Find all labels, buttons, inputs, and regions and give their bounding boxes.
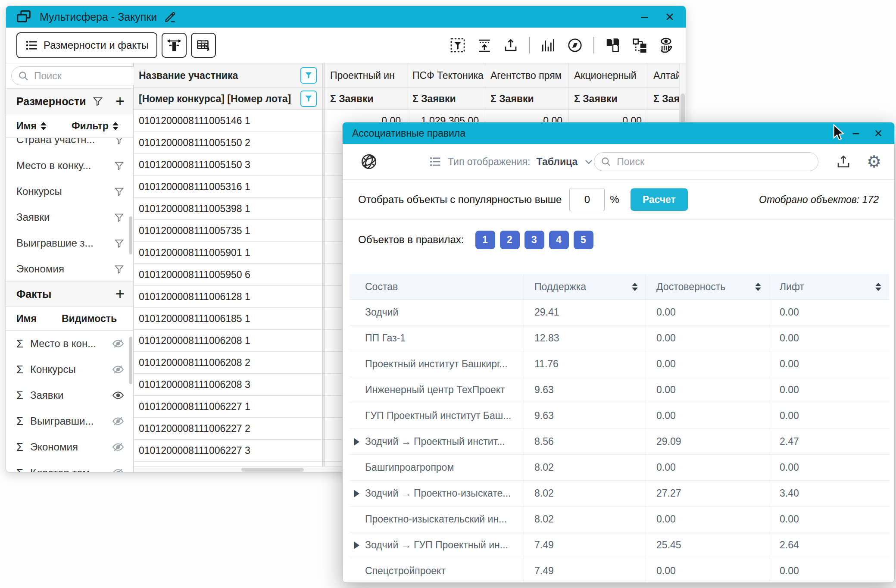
filter-icon[interactable] <box>114 138 125 145</box>
column-header[interactable]: Проектный ин <box>325 63 407 88</box>
dialog-close-button[interactable] <box>872 127 885 140</box>
visibility-column-header[interactable]: Видимость <box>62 313 117 325</box>
gear-icon[interactable]: ⚙ <box>867 153 881 170</box>
lift-header[interactable]: Лифт <box>769 274 889 300</box>
filter-column-header[interactable]: Фильтр <box>72 120 109 132</box>
calculate-button[interactable]: Расчет <box>631 188 688 211</box>
fact-item[interactable]: Σ Выигравши... <box>6 408 133 434</box>
measure-header[interactable]: Σ Заявки <box>569 88 648 110</box>
rule-confidence: 27.27 <box>646 481 769 507</box>
fact-item[interactable]: Σ Место в кон... <box>6 331 133 357</box>
fact-item[interactable]: Σ Кластер тем... <box>6 460 133 472</box>
row-dim-subtitle[interactable]: [Номер конкурса] [Номер лота] <box>139 93 291 105</box>
globe-icon[interactable] <box>360 153 378 171</box>
visibility-eye-icon[interactable] <box>112 441 125 454</box>
dimension-item[interactable]: Выигравшие з... <box>6 230 133 256</box>
rule-row[interactable]: Спецстройпроект 7.49 0.00 0.00 <box>350 558 889 583</box>
export-icon[interactable] <box>503 38 518 53</box>
dialog-search-input[interactable] <box>616 156 812 168</box>
dimension-item[interactable]: Конкурсы <box>6 178 133 204</box>
copy-sheet-icon[interactable] <box>605 37 621 53</box>
row-dim-title[interactable]: Название участника <box>139 70 238 81</box>
column-header[interactable]: Агентство прям <box>485 63 569 88</box>
support-header[interactable]: Поддержка <box>524 274 646 300</box>
popularity-threshold-input[interactable] <box>569 188 605 211</box>
column-header[interactable]: Акционерный <box>569 63 648 88</box>
visibility-eye-icon[interactable] <box>112 363 125 376</box>
rule-size-chip[interactable]: 4 <box>549 231 569 249</box>
compass-icon[interactable] <box>567 37 583 53</box>
filter-icon[interactable] <box>114 238 125 249</box>
fact-item[interactable]: Σ Конкурсы <box>6 357 133 382</box>
rule-row[interactable]: Зодчий 29.41 0.00 0.00 <box>350 300 889 325</box>
sort-icon[interactable] <box>112 122 119 130</box>
facts-scrollbar[interactable] <box>129 337 132 384</box>
dialog-minimize-button[interactable] <box>849 127 862 140</box>
measure-header[interactable]: Σ Заявки <box>648 88 680 110</box>
hierarchy-icon[interactable] <box>631 37 648 53</box>
sort-icon[interactable] <box>41 122 47 130</box>
filter-icon[interactable] <box>114 160 125 171</box>
rule-size-chip[interactable]: 3 <box>524 231 544 249</box>
fact-item[interactable]: Σ Экономия <box>6 434 133 460</box>
fact-item[interactable]: Σ Заявки <box>6 382 133 408</box>
collapse-to-top-icon[interactable] <box>476 37 493 53</box>
name-column-header[interactable]: Имя <box>16 120 37 132</box>
filter-selection-icon[interactable] <box>450 37 466 53</box>
expand-icon[interactable] <box>354 541 359 549</box>
table-layout-button[interactable] <box>191 33 216 58</box>
visibility-eye-icon[interactable] <box>112 466 125 472</box>
preview-hand-icon[interactable] <box>658 37 675 54</box>
dimension-item[interactable]: Страна участн... <box>6 138 133 153</box>
edit-title-icon[interactable] <box>164 10 177 23</box>
visibility-eye-icon[interactable] <box>112 389 125 402</box>
measure-header[interactable]: Σ Заявки <box>325 88 407 110</box>
rule-size-chip[interactable]: 1 <box>475 231 495 249</box>
filter-icon[interactable] <box>114 264 125 275</box>
dialog-search[interactable] <box>594 152 818 171</box>
close-button[interactable] <box>663 10 676 23</box>
minimize-button[interactable] <box>638 10 651 23</box>
measure-header[interactable]: Σ Заявки <box>407 88 485 110</box>
filter-button[interactable] <box>300 91 317 107</box>
rule-row[interactable]: ГУП Проектный институт Баш... 9.63 0.00 … <box>350 403 889 429</box>
add-dimension-button[interactable]: + <box>116 94 125 109</box>
rule-row[interactable]: Проектный институт Башкирг... 11.76 0.00… <box>350 351 889 377</box>
dimensions-facts-button[interactable]: Размерности и факты <box>16 32 157 58</box>
column-header[interactable]: Алтай <box>648 63 680 88</box>
rule-row[interactable]: ПП Газ-1 12.83 0.00 0.00 <box>350 325 889 351</box>
sort-icon[interactable] <box>875 283 881 291</box>
dimensions-scrollbar[interactable] <box>129 216 132 254</box>
dimension-item[interactable]: Экономия <box>6 256 133 281</box>
filter-button[interactable] <box>300 67 317 84</box>
dimension-item[interactable]: Заявки <box>6 204 133 230</box>
rule-size-chip[interactable]: 2 <box>500 231 520 249</box>
confidence-header[interactable]: Достоверность <box>646 274 769 300</box>
filter-icon[interactable] <box>114 186 125 197</box>
visibility-eye-icon[interactable] <box>112 337 125 350</box>
sort-icon[interactable] <box>632 283 638 291</box>
display-type-select[interactable]: Тип отображения: Таблица <box>429 155 594 168</box>
column-width-button[interactable] <box>162 33 187 58</box>
composition-header[interactable]: Состав <box>350 274 524 300</box>
measure-header[interactable]: Σ Заявки <box>485 88 569 110</box>
expand-icon[interactable] <box>354 490 359 497</box>
rule-row[interactable]: Башгипроагропром 8.02 0.00 0.00 <box>350 455 889 481</box>
rule-row[interactable]: Зодчий → Проектно-изыскате... 8.02 27.27… <box>350 481 889 507</box>
visibility-eye-icon[interactable] <box>112 415 125 428</box>
dimension-item[interactable]: Место в конку... <box>6 153 133 178</box>
rule-row[interactable]: Зодчий → ГУП Проектный ин... 7.49 25.45 … <box>350 532 889 558</box>
filter-icon[interactable] <box>114 212 125 223</box>
expand-icon[interactable] <box>354 438 359 446</box>
dialog-export-icon[interactable] <box>836 154 851 169</box>
filter-icon[interactable] <box>92 96 103 107</box>
rule-row[interactable]: Инженерный центр ТехПроект 9.63 0.00 0.0… <box>350 377 889 403</box>
add-fact-button[interactable]: + <box>116 286 125 302</box>
rule-row[interactable]: Проектно-изыскательский ин... 8.02 0.00 … <box>350 507 889 532</box>
rule-row[interactable]: Зодчий → Проектный инстит... 8.56 29.09 … <box>350 429 889 455</box>
chart-icon[interactable] <box>540 37 556 53</box>
sort-icon[interactable] <box>755 283 761 291</box>
rule-size-chip[interactable]: 5 <box>574 231 593 249</box>
column-header[interactable]: ПСФ Тектоника <box>407 63 485 88</box>
name-column-header[interactable]: Имя <box>16 313 37 325</box>
